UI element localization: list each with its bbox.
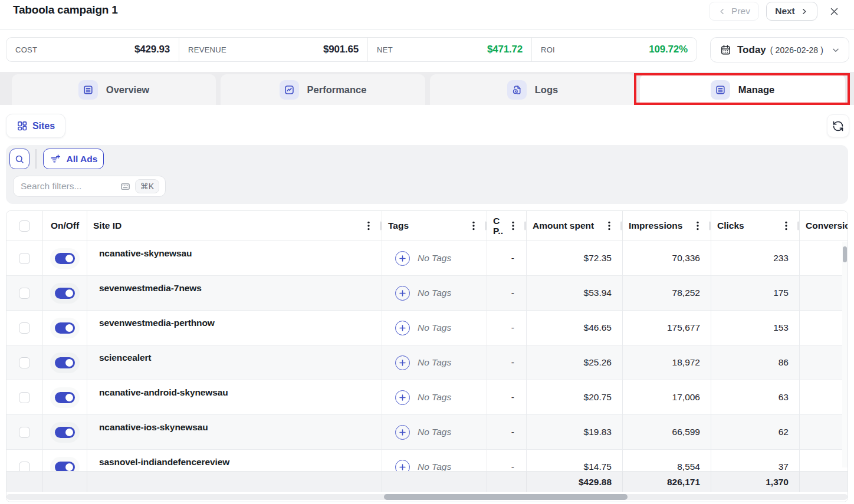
vertical-scrollbar-thumb[interactable] (843, 246, 847, 262)
refresh-button[interactable] (827, 114, 849, 137)
column-header-tags[interactable]: Tags (382, 211, 487, 241)
column-resize-handle[interactable] (524, 222, 527, 230)
column-menu-icon[interactable] (469, 220, 478, 231)
column-menu-icon[interactable] (508, 220, 518, 231)
tab-manage[interactable]: Manage (640, 74, 845, 105)
toggle-knob (65, 429, 73, 436)
table-row[interactable]: sevenwestmedia-perthnow No Tags - $46.65… (6, 311, 848, 345)
on-off-toggle[interactable] (55, 392, 75, 403)
column-header-clicks[interactable]: Clicks (711, 211, 800, 241)
next-button[interactable]: Next (766, 2, 817, 21)
add-tag-button[interactable] (395, 460, 410, 473)
row-checkbox[interactable] (19, 427, 30, 438)
add-tag-button[interactable] (395, 355, 410, 370)
stat-cost-value: $429.93 (134, 44, 170, 55)
column-resize-handle[interactable] (709, 222, 711, 230)
on-off-toggle[interactable] (55, 427, 75, 438)
row-clicks-cell: 37 (711, 450, 800, 472)
column-resize-handle[interactable] (485, 222, 487, 230)
filter-panel: All Ads Search filters... ⌘K (6, 145, 848, 204)
row-checkbox[interactable] (19, 322, 30, 334)
prev-button[interactable]: Prev (709, 2, 759, 21)
document-lines-icon (78, 80, 98, 100)
tab-overview[interactable]: Overview (12, 74, 216, 105)
add-tag-button[interactable] (395, 321, 410, 335)
tab-manage-label: Manage (738, 84, 774, 95)
chevron-down-icon (831, 45, 840, 55)
column-header-cp[interactable]: C P.. (487, 211, 527, 241)
row-cp-cell: - (487, 311, 527, 345)
row-amount-spent-cell: $46.65 (527, 311, 623, 345)
row-select-cell (6, 311, 43, 345)
column-header-cp-label: C P.. (493, 216, 508, 236)
column-header-amount-spent[interactable]: Amount spent (527, 211, 623, 241)
select-all-checkbox[interactable] (19, 220, 30, 232)
row-checkbox[interactable] (19, 357, 30, 368)
on-off-toggle[interactable] (55, 357, 75, 368)
table-row[interactable]: ncanative-ios-skynewsau No Tags - $19.83… (6, 415, 848, 450)
close-button[interactable] (827, 5, 840, 18)
add-tag-button[interactable] (395, 425, 410, 440)
date-range-picker[interactable]: Today ( 2026-02-28 ) (710, 37, 849, 62)
row-onoff-cell (43, 415, 87, 450)
table-row[interactable]: sevenwestmedia-7news No Tags - $53.94 78… (6, 276, 848, 311)
horizontal-scrollbar[interactable] (6, 492, 848, 502)
column-menu-icon[interactable] (605, 220, 614, 231)
row-checkbox[interactable] (19, 392, 30, 403)
vertical-scrollbar[interactable] (842, 242, 848, 467)
totals-impressions: 826,171 (623, 472, 711, 493)
no-tags-label: No Tags (418, 253, 451, 263)
column-resize-handle[interactable] (620, 222, 623, 230)
table-row[interactable]: ncanative-android-skynewsau No Tags - $2… (6, 380, 848, 415)
search-button[interactable] (9, 149, 29, 169)
row-amount-spent-cell: $25.26 (527, 345, 623, 380)
no-tags-label: No Tags (418, 322, 451, 333)
search-filters-placeholder: Search filters... (21, 181, 120, 192)
row-checkbox[interactable] (19, 288, 30, 299)
column-header-onoff[interactable]: On/Off (43, 211, 87, 241)
add-tag-button[interactable] (395, 390, 410, 405)
divider (35, 149, 37, 169)
horizontal-scrollbar-thumb[interactable] (384, 494, 628, 500)
column-header-impressions-label: Impressions (629, 220, 682, 231)
row-impressions-cell: 18,972 (623, 345, 711, 380)
date-picker-label: Today (737, 44, 766, 56)
column-resize-handle[interactable] (797, 222, 800, 230)
table-row[interactable]: sasnovel-indiandefencereview No Tags - $… (6, 450, 848, 472)
toggle-knob (65, 289, 73, 297)
tab-logs[interactable]: Logs (430, 74, 635, 105)
row-amount-spent-cell: $14.75 (527, 450, 623, 472)
row-site-id-cell: sevenwestmedia-7news (87, 276, 382, 311)
column-menu-icon[interactable] (781, 220, 791, 231)
column-resize-handle[interactable] (380, 222, 382, 230)
stats-bar: COST $429.93 REVENUE $901.65 NET $471.72… (6, 37, 697, 62)
column-header-site-id[interactable]: Site ID (87, 211, 382, 241)
column-header-impressions[interactable]: Impressions (623, 211, 711, 241)
on-off-toggle[interactable] (55, 288, 75, 299)
table-row[interactable]: ncanative-skynewsau No Tags - $72.35 70,… (6, 241, 848, 276)
on-off-toggle[interactable] (55, 322, 75, 334)
column-menu-icon[interactable] (364, 220, 373, 231)
tab-performance[interactable]: Performance (221, 74, 425, 105)
add-tag-button[interactable] (395, 251, 410, 266)
row-select-cell (6, 276, 43, 311)
row-tags-cell: No Tags (382, 345, 487, 380)
sites-view-button[interactable]: Sites (6, 114, 65, 138)
campaign-detail-page: Taboola campaign 1 Prev Next COST $429.9… (0, 0, 854, 504)
row-checkbox[interactable] (19, 253, 30, 264)
row-tags-cell: No Tags (382, 415, 487, 450)
row-conversions-cell (800, 415, 848, 450)
all-ads-filter-button[interactable]: All Ads (43, 149, 104, 169)
row-conversions-cell (800, 380, 848, 415)
tab-logs-label: Logs (535, 84, 558, 95)
search-filters-input[interactable]: Search filters... ⌘K (13, 176, 166, 197)
column-menu-icon[interactable] (693, 220, 702, 231)
no-tags-label: No Tags (418, 392, 451, 403)
table-row[interactable]: sciencealert No Tags - $25.26 18,972 86 (6, 345, 848, 380)
on-off-toggle[interactable] (55, 253, 75, 264)
shortcut-badge: ⌘K (135, 179, 159, 193)
row-onoff-cell (43, 241, 87, 276)
add-tag-button[interactable] (395, 286, 410, 301)
stat-cost: COST $429.93 (6, 38, 179, 61)
column-header-conversions[interactable]: Conversions (800, 211, 848, 241)
